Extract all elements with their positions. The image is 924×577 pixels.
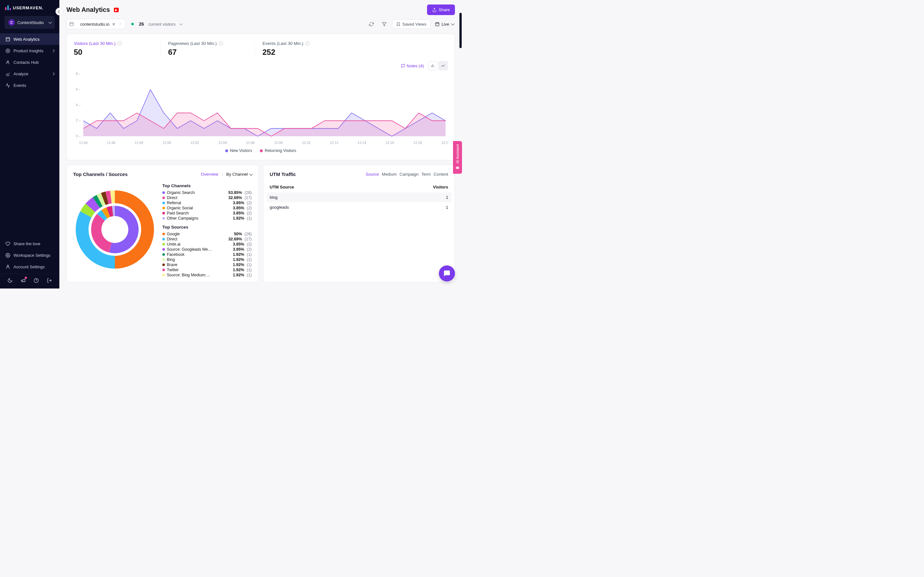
list-item[interactable]: Other Campaigns 1.92% (1) [162,216,252,221]
info-icon[interactable]: i [219,41,223,45]
line-chart-toggle[interactable] [439,61,447,70]
list-count: (1) [247,258,252,262]
list-label: Twitter [167,268,231,272]
utm-tab-content[interactable]: Content [433,172,448,177]
list-percent: 32.69% [228,195,242,200]
list-label: Unite.ai [167,242,231,247]
sidebar-item-share-the-love[interactable]: Share the love [0,238,59,250]
refresh-button[interactable] [367,19,376,29]
filter-button[interactable] [379,19,389,29]
list-item[interactable]: Source: Blog Medium:… 1.92% (1) [162,272,252,277]
domain-chip[interactable]: contentstudio.io ✕ [76,19,126,29]
svg-marker-14 [382,22,386,26]
notes-link[interactable]: Notes (4) [401,63,424,68]
layout-icon[interactable] [66,19,77,29]
utm-tab-campaign[interactable]: Campaign [399,172,418,177]
sidebar-item-web-analytics[interactable]: Web Analytics [0,33,59,45]
date-range-select[interactable]: Live [434,20,455,29]
list-item[interactable]: Paid Search 3.85% (2) [162,211,252,216]
bar-chart-icon [431,63,435,68]
list-label: Organic Social [167,206,231,210]
sidebar-item-product-insights[interactable]: Product Insights [0,45,59,56]
sidebar-item-label: Account Settings [13,264,45,269]
sidebar: USERMAVEN. C ContentStudio Web Analytics… [0,0,59,288]
color-dot-icon [162,238,165,240]
list-item[interactable]: Source: Googleads Me… 3.85% (2) [162,247,252,252]
color-dot-icon [162,191,165,194]
list-item[interactable]: Direct 32.69% (17) [162,237,252,242]
svg-text:12:02: 12:02 [191,141,199,145]
list-label: Direct [167,195,226,200]
list-percent: 1.92% [233,263,244,267]
top-channels-title: Top Channels [162,183,252,188]
domain-text: contentstudio.io [80,22,110,27]
sidebar-item-analyze[interactable]: Analyze [0,68,59,79]
info-icon[interactable]: i [118,41,121,45]
utm-tab-medium[interactable]: Medium [382,172,397,177]
list-percent: 3.85% [233,242,244,247]
list-percent: 3.85% [233,211,244,215]
remove-domain-button[interactable]: ✕ [112,22,115,27]
help-button[interactable] [34,278,39,284]
sidebar-item-contacts-hub[interactable]: Contacts Hub [0,56,59,68]
list-item[interactable]: Direct 32.69% (17) [162,195,252,200]
chevron-right-icon [52,72,55,75]
visitor-count: 26 [139,21,144,27]
svg-rect-42 [456,167,459,169]
logout-button[interactable] [47,278,52,284]
list-item[interactable]: Twitter 1.92% (1) [162,268,252,272]
theme-toggle[interactable] [7,278,13,284]
topbar: Web Analytics ▶ Share [59,0,462,19]
share-button[interactable]: Share [427,5,455,15]
metric-pageviews[interactable]: Pageviews (Last 30 Min.)i 67 [168,41,255,57]
color-dot-icon [162,253,165,256]
brand-name: USERMAVEN. [13,5,44,10]
sidebar-item-events[interactable]: Events [0,79,59,91]
list-item[interactable]: Referral 3.85% (2) [162,200,252,205]
by-channel-select[interactable]: By Channel [226,172,252,177]
metric-value: 252 [262,48,339,57]
live-status-dot-icon [131,23,134,25]
metric-events[interactable]: Events (Last 30 Min.)i 252 [262,41,349,57]
list-item[interactable]: Organic Social 3.85% (2) [162,205,252,211]
utm-source: googleads [270,205,289,210]
chat-icon [443,270,451,277]
utm-tab-source[interactable]: Source [366,172,379,177]
list-item[interactable]: Facebook 1.92% (1) [162,252,252,257]
svg-point-6 [7,255,8,256]
tab-overview[interactable]: Overview [201,172,218,177]
scrollbar-thumb[interactable] [459,13,462,48]
sidebar-footer [0,274,59,288]
sidebar-collapse-button[interactable] [55,8,63,15]
content-scroll: Visitors (Last 30 Min.)i 50 Pageviews (L… [59,34,462,288]
list-item[interactable]: Brave 1.92% (1) [162,262,252,268]
legend-returning: Returning Visitors [265,148,296,153]
saved-views-button[interactable]: Saved Views [392,19,431,29]
table-row[interactable]: googleads1 [267,202,452,212]
ai-assistant-button[interactable]: AI Assistant [453,141,462,174]
list-item[interactable]: Organic Search 53.85% (28) [162,190,252,195]
announcement-button[interactable] [21,278,26,284]
bar-chart-toggle[interactable] [428,61,437,70]
chevron-down-icon[interactable] [179,22,183,25]
list-count: (1) [247,252,252,257]
svg-point-7 [7,265,9,266]
list-item[interactable]: Bing 1.92% (1) [162,257,252,262]
list-item[interactable]: Unite.ai 3.85% (2) [162,242,252,247]
main-content: Web Analytics ▶ Share contentstudio.io ✕ [59,0,462,288]
visitor-count-label: current visitors [149,22,176,27]
workspace-selector[interactable]: C ContentStudio [5,16,55,29]
svg-text:12:14: 12:14 [358,141,367,145]
list-item[interactable]: Google 50% (26) [162,231,252,237]
comment-icon [401,64,405,68]
sidebar-item-workspace-settings[interactable]: Workspace Settings [0,250,59,261]
chat-button[interactable] [439,266,455,282]
utm-tab-term[interactable]: Term [422,172,431,177]
metric-visitors[interactable]: Visitors (Last 30 Min.)i 50 [74,41,160,57]
list-count: (1) [247,268,252,272]
info-icon[interactable]: i [305,41,310,45]
table-row[interactable]: blog1 [267,192,452,202]
youtube-badge-icon[interactable]: ▶ [114,8,119,12]
sidebar-item-account-settings[interactable]: Account Settings [0,261,59,272]
color-dot-icon [162,197,165,199]
